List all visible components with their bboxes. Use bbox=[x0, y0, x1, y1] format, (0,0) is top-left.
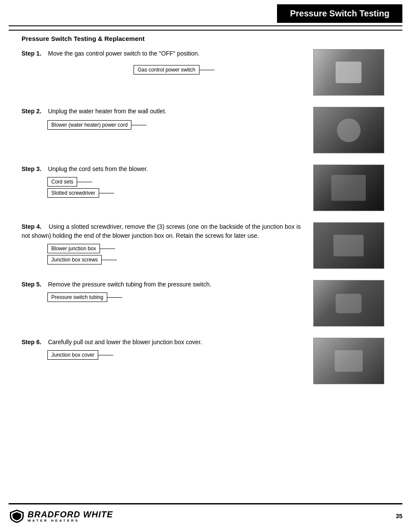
callout-line-6 bbox=[98, 355, 113, 355]
step-4-photo-area bbox=[308, 222, 389, 269]
step-6-text-area: Step 6. Carefully pull out and lower the… bbox=[22, 338, 308, 360]
callout-pressure-tubing: Pressure switch tubing bbox=[47, 292, 107, 302]
step-2-label: Step 2. bbox=[22, 108, 41, 115]
step-5-photo-area bbox=[308, 280, 389, 327]
step-4-text: Step 4. Using a slotted screwdriver, rem… bbox=[22, 222, 301, 240]
callout-line-3b bbox=[99, 193, 114, 193]
step-1-photo bbox=[313, 49, 384, 96]
step-1-callouts: Gas control power switch bbox=[47, 62, 301, 75]
logo-shield-icon bbox=[9, 509, 25, 523]
step-4-text-area: Step 4. Using a slotted screwdriver, rem… bbox=[22, 222, 308, 264]
step-1-row: Step 1. Move the gas control power switc… bbox=[22, 49, 389, 96]
step-2-row: Step 2. Unplug the water heater from the… bbox=[22, 107, 389, 153]
callout-junction-screws: Junction box screws bbox=[47, 255, 102, 264]
step-1-text-area: Step 1. Move the gas control power switc… bbox=[22, 49, 308, 75]
step-5-callouts: Pressure switch tubing bbox=[47, 292, 301, 302]
section-title: Pressure Switch Testing & Replacement bbox=[22, 35, 389, 42]
step-3-callout-cord: Cord sets bbox=[47, 177, 301, 187]
step-6-photo-area bbox=[308, 338, 389, 384]
step-6-photo bbox=[313, 338, 384, 384]
step-5-callout-tubing: Pressure switch tubing bbox=[47, 292, 301, 302]
step-2-photo-area bbox=[308, 107, 389, 153]
step-3-photo bbox=[313, 165, 384, 211]
page-title: Pressure Switch Testing bbox=[277, 4, 402, 23]
step-3-row: Step 3. Unplug the cord sets from the bl… bbox=[22, 165, 389, 211]
step-4-label: Step 4. bbox=[22, 223, 41, 230]
callout-blower-cord: Blower (water heater) power cord bbox=[47, 120, 131, 130]
step-5-photo bbox=[313, 280, 384, 327]
step-3-text-area: Step 3. Unplug the cord sets from the bl… bbox=[22, 165, 308, 198]
step-2-callouts: Blower (water heater) power cord bbox=[47, 120, 301, 130]
step-5-text-area: Step 5. Remove the pressure switch tubin… bbox=[22, 280, 308, 302]
step-5-text: Step 5. Remove the pressure switch tubin… bbox=[22, 280, 301, 289]
footer-inner: BRADFORD WHITE WATER HEATERS 35 bbox=[9, 503, 402, 523]
callout-line-5 bbox=[107, 297, 122, 298]
step-3-photo-area bbox=[308, 165, 389, 211]
step-2-text-area: Step 2. Unplug the water heater from the… bbox=[22, 107, 308, 130]
callout-cord-sets: Cord sets bbox=[47, 177, 77, 187]
step-1-callout-row: Gas control power switch bbox=[134, 65, 214, 75]
step-1-text: Step 1. Move the gas control power switc… bbox=[22, 49, 301, 58]
footer-brand-text: BRADFORD WHITE WATER HEATERS bbox=[28, 510, 113, 523]
callout-line-1 bbox=[199, 70, 215, 70]
footer-logo: BRADFORD WHITE WATER HEATERS bbox=[9, 509, 113, 523]
step-6-text: Step 6. Carefully pull out and lower the… bbox=[22, 338, 301, 347]
callout-line-2 bbox=[131, 125, 146, 125]
page-header: Pressure Switch Testing bbox=[0, 0, 411, 23]
step-4-callout-junction: Blower junction box bbox=[47, 244, 301, 253]
callout-line-4b bbox=[102, 260, 117, 260]
step-3-text: Step 3. Unplug the cord sets from the bl… bbox=[22, 165, 301, 174]
page-number: 35 bbox=[395, 513, 402, 520]
step-6-label: Step 6. bbox=[22, 339, 41, 345]
step-6-row: Step 6. Carefully pull out and lower the… bbox=[22, 338, 389, 384]
step-3-callouts: Cord sets Slotted screwdriver bbox=[47, 177, 301, 198]
step-4-row: Step 4. Using a slotted screwdriver, rem… bbox=[22, 222, 389, 269]
step-6-callouts: Junction box cover bbox=[47, 350, 301, 360]
step-6-callout-cover: Junction box cover bbox=[47, 350, 301, 360]
step-1-photo-area bbox=[308, 49, 389, 96]
footer-brand: BRADFORD WHITE bbox=[28, 510, 113, 520]
page-footer: BRADFORD WHITE WATER HEATERS 35 bbox=[0, 503, 411, 523]
step-3-label: Step 3. bbox=[22, 165, 41, 172]
main-content: Pressure Switch Testing & Replacement St… bbox=[9, 30, 402, 404]
step-4-callouts: Blower junction box Junction box screws bbox=[47, 244, 301, 264]
step-2-photo bbox=[313, 107, 384, 153]
callout-line-4a bbox=[100, 249, 115, 249]
step-4-photo bbox=[313, 222, 384, 269]
callout-blower-junction: Blower junction box bbox=[47, 244, 100, 253]
callout-junction-cover: Junction box cover bbox=[47, 350, 98, 360]
header-rule bbox=[9, 25, 402, 26]
step-4-callout-screws: Junction box screws bbox=[47, 255, 301, 264]
step-3-callout-screwdriver: Slotted screwdriver bbox=[47, 188, 301, 198]
step-5-row: Step 5. Remove the pressure switch tubin… bbox=[22, 280, 389, 327]
callout-line-3a bbox=[77, 182, 92, 182]
step-1-label: Step 1. bbox=[22, 50, 41, 57]
callout-gas-control: Gas control power switch bbox=[134, 65, 199, 75]
step-5-label: Step 5. bbox=[22, 281, 41, 288]
callout-slotted-screwdriver: Slotted screwdriver bbox=[47, 188, 99, 198]
step-2-text: Step 2. Unplug the water heater from the… bbox=[22, 107, 301, 116]
step-2-callout-row: Blower (water heater) power cord bbox=[47, 120, 301, 130]
